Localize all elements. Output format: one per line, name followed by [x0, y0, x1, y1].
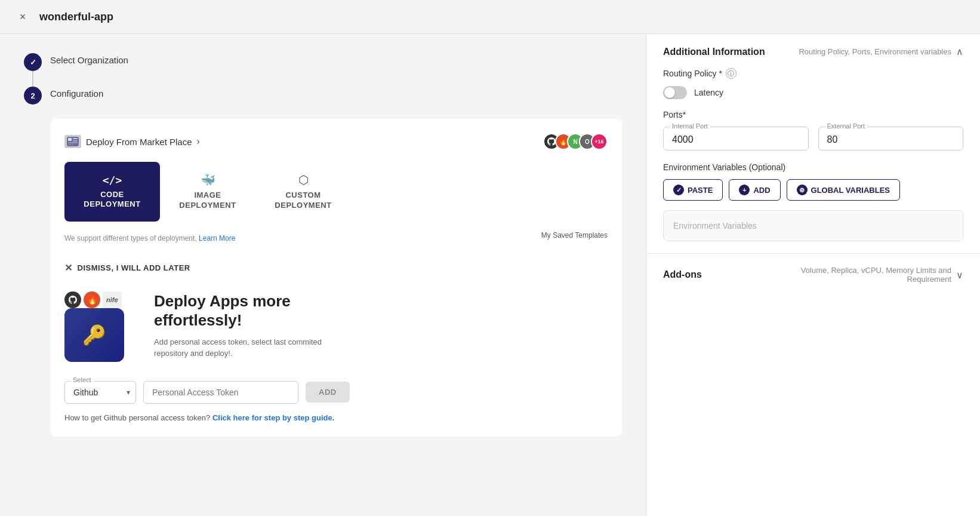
additional-info-header[interactable]: Additional Information Routing Policy, P… — [663, 46, 963, 57]
title-bar: × wonderful-app — [0, 0, 980, 34]
addons-chevron-icon: ∨ — [956, 269, 963, 281]
routing-policy-label: Routing Policy * ⓘ — [663, 68, 963, 79]
svg-rect-2 — [73, 138, 78, 139]
global-variables-button[interactable]: ⊕ GLOBAL VARIABLES — [787, 179, 900, 201]
code-deploy-icon: </> — [103, 174, 122, 186]
step-1-circle: ✓ — [24, 53, 42, 71]
learn-more-link[interactable]: Learn More — [199, 234, 235, 242]
global-icon: ⊕ — [797, 185, 808, 195]
deploy-text-section: Deploy Apps more effortlessly! Add perso… — [154, 291, 357, 360]
env-textarea-wrapper[interactable]: Environment Variables — [663, 210, 963, 241]
github-icon — [64, 291, 81, 308]
env-actions: ✓ PASTE + ADD ⊕ GLOBAL VARIABLES — [663, 179, 963, 201]
svg-rect-3 — [73, 140, 78, 142]
select-group: Select Github Gitlab ▾ — [64, 381, 136, 404]
add-plus-icon: + — [739, 185, 750, 195]
custom-deploy-label: CUSTOMDEPLOYMENT — [275, 191, 331, 211]
image-deploy-label: IMAGEDEPLOYMENT — [179, 191, 236, 211]
svg-rect-1 — [68, 138, 72, 141]
dismiss-label: DISMISS, I WILL ADD LATER — [78, 263, 190, 272]
provider-select[interactable]: Github Gitlab — [64, 381, 136, 404]
ports-label: Ports* — [663, 110, 963, 119]
dismiss-bar[interactable]: ✕ DISMISS, I WILL ADD LATER — [64, 256, 608, 280]
avatar-group: 🔥 N O +16 — [543, 133, 608, 150]
app-window: × wonderful-app ✓ Select Organization 2 … — [0, 0, 980, 516]
deploy-heading: Deploy Apps more effortlessly! — [154, 291, 357, 330]
code-deploy-label: CODEDEPLOYMENT — [84, 190, 140, 210]
deploy-box-illustration: 🔑 — [64, 308, 124, 362]
marketplace-chevron: › — [197, 136, 200, 147]
step-2-circle: 2 — [24, 87, 42, 105]
marketplace-label: Deploy From Market Place — [86, 137, 192, 147]
dismiss-x-icon: ✕ — [64, 262, 73, 274]
env-variables-label: Environment Variables (Optional) — [663, 162, 963, 172]
step-2: 2 Configuration — [24, 85, 622, 105]
close-button[interactable]: × — [14, 8, 31, 25]
internal-port-field: Internal Port 4000 — [663, 127, 809, 150]
illustration-icons: 🔥 nife — [64, 291, 122, 308]
deploy-card: Deploy From Market Place › 🔥 N O +16 — [50, 119, 622, 437]
deploy-card-header: Deploy From Market Place › 🔥 N O +16 — [64, 133, 608, 150]
deploy-description: Add personal access token, select last c… — [154, 336, 357, 360]
additional-info-title: Additional Information — [663, 47, 765, 57]
additional-info-section: Additional Information Routing Policy, P… — [646, 34, 980, 254]
nife-badge: nife — [103, 291, 122, 308]
latency-toggle-row: Latency — [663, 86, 963, 99]
token-section: Select Github Gitlab ▾ ADD — [64, 381, 608, 404]
right-panel: Additional Information Routing Policy, P… — [646, 34, 980, 516]
addons-section[interactable]: Add-ons Volume, Replica, vCPU, Memory Li… — [646, 254, 980, 296]
deploy-from-marketplace[interactable]: Deploy From Market Place › — [64, 135, 200, 148]
image-deploy-icon: 🐳 — [201, 173, 215, 187]
saved-templates[interactable]: My Saved Templates — [541, 231, 608, 239]
step-1-label: Select Organization — [50, 52, 128, 65]
routing-policy-info-icon[interactable]: ⓘ — [726, 68, 736, 79]
github-help-text: How to get Github personal access token?… — [64, 413, 608, 422]
deploy-illustration: 🔥 nife 🔑 — [64, 291, 136, 363]
key-icon: 🔑 — [82, 324, 106, 346]
gitlab-icon: 🔥 — [84, 291, 100, 308]
addons-title: Add-ons — [663, 269, 702, 280]
internal-port-label: Internal Port — [670, 122, 710, 130]
marketplace-icon — [64, 135, 81, 148]
left-panel: ✓ Select Organization 2 Configuration — [0, 34, 646, 516]
deploy-type-custom[interactable]: ⬡ CUSTOMDEPLOYMENT — [255, 162, 351, 222]
addons-subtitle: Volume, Replica, vCPU, Memory Limits and… — [784, 266, 951, 284]
custom-deploy-icon: ⬡ — [298, 173, 309, 187]
toggle-knob — [664, 87, 675, 98]
paste-check-icon: ✓ — [673, 185, 684, 195]
github-guide-link[interactable]: Click here for step by step guide. — [212, 413, 334, 422]
ports-row: Internal Port 4000 External Port 80 — [663, 127, 963, 150]
latency-toggle[interactable] — [663, 86, 687, 99]
step-1: ✓ Select Organization — [24, 52, 622, 71]
additional-info-subtitle: Routing Policy, Ports, Environment varia… — [799, 47, 951, 56]
deploy-type-code[interactable]: </> CODEDEPLOYMENT — [64, 162, 160, 222]
latency-label: Latency — [694, 88, 723, 97]
personal-access-token-input[interactable] — [143, 381, 298, 404]
deploy-apps-section: 🔥 nife 🔑 Deploy Apps more effortlessly! … — [64, 291, 608, 363]
select-label: Select — [70, 376, 94, 383]
external-port-field: External Port 80 — [818, 127, 964, 150]
env-textarea-placeholder: Environment Variables — [673, 221, 757, 231]
external-port-value[interactable]: 80 — [827, 134, 955, 145]
app-title: wonderful-app — [39, 11, 113, 23]
deploy-help-text: We support different types of deployment… — [64, 234, 235, 242]
paste-button[interactable]: ✓ PASTE — [663, 179, 723, 201]
svg-rect-5 — [68, 145, 74, 145]
add-env-button[interactable]: + ADD — [729, 179, 780, 201]
main-content: ✓ Select Organization 2 Configuration — [0, 34, 980, 516]
deployment-types: </> CODEDEPLOYMENT 🐳 IMAGEDEPLOYMENT ⬡ C… — [64, 162, 608, 222]
step-2-label: Configuration — [50, 85, 103, 99]
additional-info-chevron-icon: ∧ — [956, 46, 963, 57]
add-token-button[interactable]: ADD — [306, 382, 350, 403]
internal-port-value[interactable]: 4000 — [672, 134, 800, 145]
svg-rect-4 — [68, 142, 78, 143]
external-port-label: External Port — [825, 122, 868, 130]
avatar-5: +16 — [591, 133, 608, 150]
deploy-type-image[interactable]: 🐳 IMAGEDEPLOYMENT — [160, 162, 255, 222]
